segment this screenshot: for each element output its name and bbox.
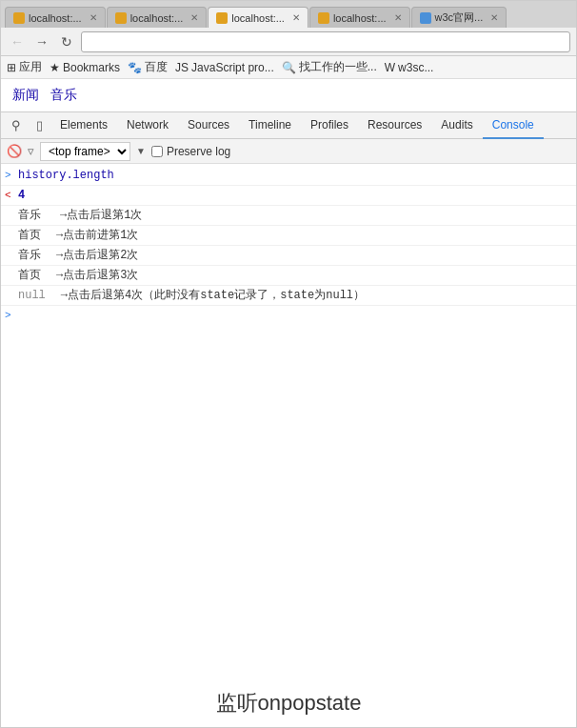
console-log-1: 音乐 →点击后退第1次 [1,206,576,226]
apps-label: 应用 [19,59,42,75]
log-2-tag: 首页 [18,227,41,244]
console-log-5: null →点击后退第4次（此时没有state记录了，state为null） [1,286,576,306]
baidu-icon: 🐾 [128,61,142,74]
devtools-mobile-icon[interactable]: ▯ [28,114,50,137]
news-link[interactable]: 新闻 [12,87,39,104]
log-1-text: →点击后退第1次 [49,207,142,224]
w3c-label: w3sc... [398,61,433,74]
devtools-toolbar: 🚫 ▿ <top frame> ▼ Preserve log [1,139,576,164]
console-row-input: > history.length [1,166,576,186]
log-2-text: →点击前进第1次 [45,227,138,244]
tab-5[interactable]: w3c官网... ✕ [411,7,507,28]
baidu-label: 百度 [145,59,168,75]
tab-sources[interactable]: Sources [178,112,239,139]
console-row-value: < 4 [1,186,576,206]
w3c-icon: W [385,61,395,74]
w3c-bookmark[interactable]: W w3sc... [385,61,434,74]
tab-1-favicon [13,12,25,24]
reload-button[interactable]: ↻ [56,31,77,52]
tab-4-close[interactable]: ✕ [394,12,402,23]
footer-label: 监听onpopstate [216,691,362,715]
baidu-bookmark[interactable]: 🐾 百度 [128,59,168,75]
tab-4-label: localhost:... [333,12,387,24]
tab-5-close[interactable]: ✕ [490,12,498,23]
js-icon: JS [175,61,189,74]
page-nav: 新闻 音乐 [12,87,565,104]
tab-3-favicon [216,12,228,24]
frame-chevron-icon[interactable]: ▼ [136,146,146,156]
tab-4[interactable]: localhost:... ✕ [309,7,410,28]
tab-2-close[interactable]: ✕ [190,12,198,23]
tab-timeline[interactable]: Timeline [239,112,301,139]
tab-resources[interactable]: Resources [358,112,431,139]
back-button[interactable]: ← [7,31,28,52]
log-3-tag: 音乐 [18,247,41,264]
nav-bar: ← → ↻ localhost:63342/工作中遇到的坑/popState用法… [1,28,576,56]
bookmarks-star[interactable]: ★ Bookmarks [50,61,120,74]
console-input-row[interactable]: > [1,306,576,325]
apps-bookmark[interactable]: ⊞ 应用 [7,59,42,75]
preserve-log-checkbox[interactable] [151,146,163,157]
console-log-3: 音乐 →点击后退第2次 [1,246,576,266]
tab-3-close[interactable]: ✕ [292,12,300,23]
job-icon: 🔍 [282,61,296,74]
tab-profiles[interactable]: Profiles [301,112,358,139]
console-log-4: 首页 →点击后退第3次 [1,266,576,286]
prompt-arrow-icon: > [5,307,18,324]
apps-icon: ⊞ [7,61,16,74]
log-3-text: →点击后退第2次 [45,247,138,264]
devtools-panel: ⚲ ▯ Elements Network Sources Timeline Pr… [1,111,576,407]
tab-1-label: localhost:... [29,12,82,24]
log-1-tag: 音乐 [18,207,41,224]
preserve-log-text: Preserve log [167,145,230,158]
forward-button[interactable]: → [31,31,52,52]
tab-1-close[interactable]: ✕ [90,12,97,23]
log-5-text: →点击后退第4次（此时没有state记录了，state为null） [50,287,365,304]
tab-2[interactable]: localhost:... ✕ [107,7,208,28]
tab-5-favicon [420,12,431,24]
console-output: > history.length < 4 音乐 [1,164,576,407]
preserve-log-label[interactable]: Preserve log [151,145,230,158]
console-value: 4 [18,187,25,204]
tab-console[interactable]: Console [483,112,544,139]
tab-3-label: localhost:... [231,12,285,24]
address-bar[interactable]: localhost:63342/工作中遇到的坑/popState用法详解.htm… [81,31,570,52]
page-content: 新闻 音乐 ⚲ ▯ Elements Network Sources Timel… [1,79,576,727]
tab-audits[interactable]: Audits [431,112,482,139]
tab-2-favicon [115,12,127,24]
page-body: 新闻 音乐 [1,79,576,111]
music-link[interactable]: 音乐 [50,87,77,104]
devtools-tab-bar: ⚲ ▯ Elements Network Sources Timeline Pr… [1,112,576,139]
js-pro-bookmark[interactable]: JS JavaScript pro... [175,61,274,74]
clear-console-icon[interactable]: 🚫 [7,144,22,158]
tab-5-label: w3c官网... [435,10,484,25]
browser-window: localhost:... ✕ localhost:... ✕ localhos… [0,0,577,728]
bookmarks-bar: ⊞ 应用 ★ Bookmarks 🐾 百度 JS JavaScript pro.… [1,56,576,79]
tab-4-favicon [318,12,329,24]
console-log-2: 首页 →点击前进第1次 [1,226,576,246]
tab-bar: localhost:... ✕ localhost:... ✕ localhos… [1,1,576,28]
input-arrow-icon: > [5,167,18,184]
tab-network[interactable]: Network [117,112,178,139]
devtools-inspect-icon[interactable]: ⚲ [5,114,28,137]
output-arrow-icon: < [5,187,18,204]
star-icon: ★ [50,61,60,74]
frame-selector[interactable]: <top frame> [40,142,130,161]
log-4-text: →点击后退第3次 [45,267,138,284]
tab-3[interactable]: localhost:... ✕ [208,7,308,28]
page-footer: 监听onpopstate [1,679,576,727]
bookmarks-label: Bookmarks [63,61,120,74]
log-5-tag: null [18,287,46,304]
tab-1[interactable]: localhost:... ✕ [5,7,106,28]
job-bookmark[interactable]: 🔍 找工作的一些... [282,59,377,75]
job-label: 找工作的一些... [299,59,377,75]
filter-icon[interactable]: ▿ [28,144,34,158]
console-cmd-text: history.length [18,167,114,184]
tab-elements[interactable]: Elements [50,112,117,139]
js-label: JavaScript pro... [191,61,274,74]
log-4-tag: 首页 [18,267,41,284]
tab-2-label: localhost:... [130,12,184,24]
